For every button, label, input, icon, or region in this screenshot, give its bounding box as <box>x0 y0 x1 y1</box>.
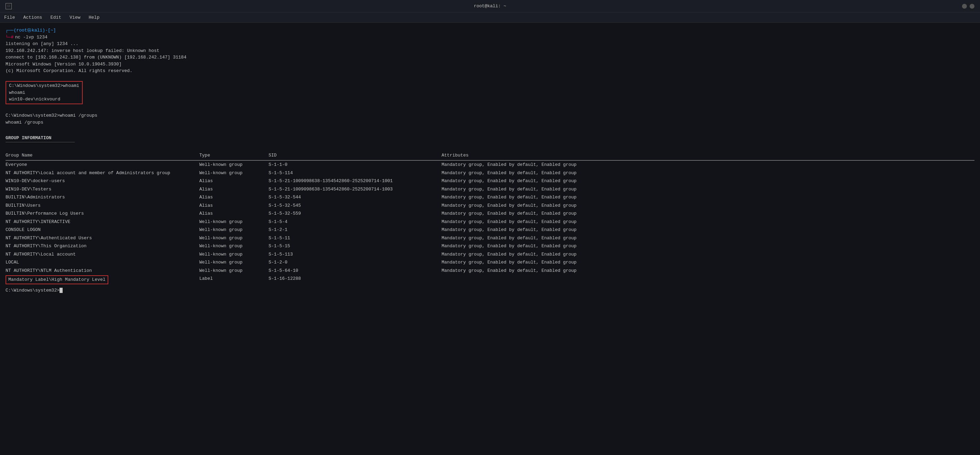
row-type: Well-known group <box>199 227 269 233</box>
table-row: WIN10-DEV\docker-users Alias S-1-5-21-10… <box>6 177 974 185</box>
output-line-4: Microsoft Windows [Version 10.0.19045.39… <box>6 61 974 68</box>
row-type: Alias <box>199 194 269 201</box>
row-attrs: Mandatory group, Enabled by default, Ena… <box>442 259 974 266</box>
row-name: Everyone <box>6 161 199 168</box>
table-row: NT AUTHORITY\Local account Well-known gr… <box>6 251 974 259</box>
row-name: WIN10-DEV\Testers <box>6 186 199 193</box>
whoami-cmd: whoami <box>63 83 79 88</box>
row-sid: S-1-5-32-559 <box>269 210 442 217</box>
mandatory-label-name: Mandatory Label\High Mandatory Level <box>6 275 108 284</box>
menu-help[interactable]: Help <box>89 15 99 20</box>
table-row: NT AUTHORITY\Local account and member of… <box>6 169 974 177</box>
header-type: Type <box>199 152 269 159</box>
table-row: WIN10-DEV\Testers Alias S-1-5-21-1009098… <box>6 185 974 193</box>
divider-1 <box>6 142 75 142</box>
prompt-line-1: ┌── (root㉿kali) - [~] <box>6 27 974 34</box>
prompt-line-2: └─# nc -lvp 1234 <box>6 34 974 41</box>
row-type: Well-known group <box>199 235 269 242</box>
row-name: NT AUTHORITY\Local account and member of… <box>6 170 199 177</box>
table-row: NT AUTHORITY\Authenticated Users Well-kn… <box>6 234 974 243</box>
row-sid: S-1-5-11 <box>269 235 442 242</box>
menu-file[interactable]: File <box>4 15 15 20</box>
window-controls <box>962 4 974 9</box>
row-attrs: Mandatory group, Enabled by default, Ena… <box>442 235 974 242</box>
row-name: WIN10-DEV\docker-users <box>6 178 199 185</box>
row-attrs: Mandatory group, Enabled by default, Ena… <box>442 178 974 185</box>
whoami-groups-cmd: whoami /groups <box>59 113 97 118</box>
whoami-block: C:\Windows\system32>whoami whoami win10-… <box>6 81 83 104</box>
whoami-prompt: C:\Windows\system32> <box>9 83 63 88</box>
row-type: Well-known group <box>199 170 269 177</box>
table-row: LOCAL Well-known group S-1-2-0 Mandatory… <box>6 258 974 267</box>
row-sid: S-1-5-114 <box>269 170 442 177</box>
menubar: File Actions Edit View Help <box>0 13 980 23</box>
row-attrs: Mandatory group, Enabled by default, Ena… <box>442 219 974 225</box>
row-attrs: Mandatory group, Enabled by default, Ena… <box>442 170 974 177</box>
row-attrs: Mandatory group, Enabled by default, Ena… <box>442 161 974 168</box>
menu-edit[interactable]: Edit <box>51 15 61 20</box>
table-row: NT AUTHORITY\INTERACTIVE Well-known grou… <box>6 218 974 226</box>
row-name: BUILTIN\Performance Log Users <box>6 210 199 217</box>
table-row: Mandatory Label\High Mandatory Level Lab… <box>6 275 974 285</box>
output-line-3: connect to [192.168.242.138] from (UNKNO… <box>6 54 974 61</box>
table-row: BUILTIN\Performance Log Users Alias S-1-… <box>6 209 974 218</box>
whoami-groups-line: C:\Windows\system32>whoami /groups <box>6 112 974 119</box>
maximize-button[interactable] <box>970 4 974 9</box>
row-sid: S-1-16-12288 <box>269 275 442 284</box>
row-attrs: Mandatory group, Enabled by default, Ena… <box>442 251 974 258</box>
row-attrs: Mandatory group, Enabled by default, Ena… <box>442 202 974 209</box>
whoami-result: win10-dev\nickvourd <box>9 96 79 103</box>
prompt-command-1: nc -lvp 1234 <box>15 34 48 41</box>
final-prompt-line: C:\Windows\system32> <box>6 287 974 294</box>
header-sid: SID <box>269 152 442 159</box>
table-row: BUILTIN\Users Alias S-1-5-32-545 Mandato… <box>6 201 974 210</box>
row-type: Label <box>199 275 269 284</box>
output-line-1: listening on [any] 1234 ... <box>6 40 974 48</box>
row-sid: S-1-5-32-544 <box>269 194 442 201</box>
group-table: Everyone Well-known group S-1-1-0 Mandat… <box>6 161 974 285</box>
row-name: LOCAL <box>6 259 199 266</box>
row-type: Well-known group <box>199 251 269 258</box>
prompt-dash: - <box>45 27 48 34</box>
row-sid: S-1-5-4 <box>269 219 442 225</box>
titlebar: □ root@kali: ~ <box>0 0 980 13</box>
prompt-hash: └─# <box>6 34 13 41</box>
row-name: BUILTIN\Administrators <box>6 194 199 201</box>
menu-view[interactable]: View <box>70 15 80 20</box>
row-name: CONSOLE LOGON <box>6 227 199 233</box>
menu-actions[interactable]: Actions <box>23 15 42 20</box>
header-attrs: Attributes <box>442 152 974 159</box>
window-icon: □ <box>6 3 12 10</box>
whoami-groups-echo: whoami /groups <box>6 119 974 126</box>
whoami-echo: whoami <box>9 89 79 96</box>
row-attrs: Mandatory group, Enabled by default, Ena… <box>442 227 974 233</box>
minimize-button[interactable] <box>962 4 967 9</box>
row-sid: S-1-5-21-1009098638-1354542860-252520071… <box>269 186 442 193</box>
terminal-content[interactable]: ┌── (root㉿kali) - [~] └─# nc -lvp 1234 l… <box>0 23 980 455</box>
table-header: Group Name Type SID Attributes <box>6 151 974 161</box>
row-name: NT AUTHORITY\NTLM Authentication <box>6 267 199 274</box>
table-row: NT AUTHORITY\NTLM Authentication Well-kn… <box>6 267 974 275</box>
whoami-prompt-line: C:\Windows\system32>whoami <box>9 82 79 89</box>
table-row: Everyone Well-known group S-1-1-0 Mandat… <box>6 161 974 169</box>
row-attrs: Mandatory group, Enabled by default, Ena… <box>442 243 974 250</box>
row-name: NT AUTHORITY\Authenticated Users <box>6 235 199 242</box>
row-type: Alias <box>199 178 269 185</box>
group-info-title: GROUP INFORMATION <box>6 135 974 142</box>
terminal-window: □ root@kali: ~ File Actions Edit View He… <box>0 0 980 455</box>
row-sid: S-1-5-113 <box>269 251 442 258</box>
row-sid: S-1-5-21-1009098638-1354542860-252520071… <box>269 178 442 185</box>
row-type: Well-known group <box>199 161 269 168</box>
row-attrs: Mandatory group, Enabled by default, Ena… <box>442 186 974 193</box>
table-row: NT AUTHORITY\This Organization Well-know… <box>6 242 974 251</box>
row-name: NT AUTHORITY\This Organization <box>6 243 199 250</box>
row-attrs <box>442 275 974 284</box>
header-divider <box>6 160 974 161</box>
header-name: Group Name <box>6 152 199 159</box>
whoami-groups-prompt: C:\Windows\system32> <box>6 113 59 118</box>
row-sid: S-1-5-64-10 <box>269 267 442 274</box>
row-type: Alias <box>199 186 269 193</box>
prompt-user-symbol: ┌── <box>6 27 13 34</box>
prompt-user: (root㉿kali) <box>13 27 45 34</box>
row-attrs: Mandatory group, Enabled by default, Ena… <box>442 210 974 217</box>
